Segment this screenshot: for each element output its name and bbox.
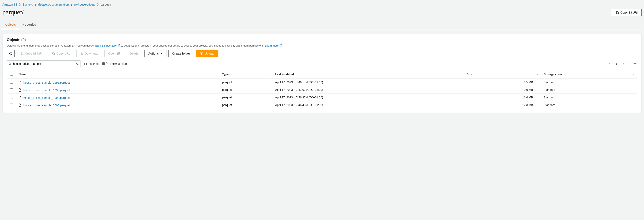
show-versions-toggle[interactable]: Show versions [102, 62, 128, 65]
toggle-label-text: Show versions [110, 62, 128, 65]
object-name-link[interactable]: house_prices_sample_2000.parquet [24, 104, 70, 107]
settings-button[interactable] [633, 62, 637, 66]
file-icon [19, 88, 22, 92]
copy-icon [52, 52, 55, 55]
cell-size: 12.3 MB [464, 101, 541, 109]
page-number: 1 [614, 62, 618, 66]
col-header-name[interactable]: Name▲ [16, 70, 220, 79]
file-icon [19, 96, 22, 99]
toggle-switch-icon [102, 62, 108, 65]
create-folder-button[interactable]: Create folder [168, 50, 194, 57]
chevron-right-icon: ❯ [34, 3, 36, 6]
button-label: Copy S3 URI [620, 11, 638, 15]
button-label: Copy S3 URI [25, 52, 42, 56]
toolbar: Copy S3 URI Copy URL Download Open [7, 50, 637, 57]
row-checkbox[interactable] [10, 81, 13, 84]
cell-modified: April 17, 2023, 17:47:07 (UTC+01:00) [273, 86, 464, 94]
search-input[interactable] [7, 61, 80, 67]
panel-title: Objects (0) [7, 38, 637, 42]
breadcrumb-link[interactable]: Buckets [22, 3, 33, 6]
chevron-right-icon: ❯ [97, 3, 99, 6]
prev-page-button [607, 61, 612, 66]
upload-icon [200, 52, 203, 55]
button-label: Upload [205, 52, 214, 56]
table-row: house_prices_sample_1998.parquetparquetA… [7, 94, 637, 101]
sort-icon: ▽ [633, 73, 635, 75]
object-name-link[interactable]: house_prices_sample_1998.parquet [24, 96, 70, 99]
delete-button: Delete [126, 50, 142, 57]
svg-rect-2 [53, 53, 54, 55]
cell-storage: Standard [541, 94, 637, 101]
cell-size: 11.6 MB [464, 94, 541, 101]
breadcrumb-link[interactable]: uk-house-prices/ [74, 3, 96, 6]
tab-objects[interactable]: Objects [2, 21, 19, 29]
cell-storage: Standard [541, 86, 637, 94]
objects-table: Name▲ Type▽ Last modified▽ Size▽ Storage [7, 70, 637, 109]
tab-properties[interactable]: Properties [19, 21, 39, 29]
button-label: Open [108, 52, 116, 56]
table-row: house_prices_sample_1995.parquetparquetA… [7, 79, 637, 86]
sort-icon: ▽ [268, 73, 270, 75]
inventory-link[interactable]: Amazon S3 inventory [91, 44, 121, 47]
external-link-icon [117, 52, 120, 55]
chevron-right-icon: ❯ [70, 3, 72, 6]
row-checkbox[interactable] [10, 88, 13, 91]
learn-more-link[interactable]: Learn more [265, 44, 282, 47]
cell-storage: Standard [541, 101, 637, 109]
object-name-link[interactable]: house_prices_sample_1995.parquet [24, 81, 70, 84]
cell-type: parquet [220, 101, 273, 109]
select-all-checkbox[interactable] [10, 73, 13, 76]
button-label: Delete [130, 52, 138, 56]
col-header-size[interactable]: Size▽ [464, 70, 541, 79]
search-input-wrapper[interactable] [7, 60, 80, 67]
button-label: Copy URL [56, 52, 70, 56]
svg-point-4 [634, 63, 636, 64]
svg-rect-0 [616, 12, 618, 14]
pagination: 1 [607, 61, 637, 66]
panel-description: Objects are the fundamental entities sto… [7, 44, 637, 47]
upload-button[interactable]: Upload [196, 50, 218, 57]
table-row: house_prices_sample_2000.parquetparquetA… [7, 101, 637, 109]
tabs: Objects Properties [2, 21, 642, 29]
copy-s3-uri-button[interactable]: Copy S3 URI [612, 9, 642, 16]
refresh-icon [9, 52, 12, 55]
copy-icon [20, 52, 23, 55]
row-checkbox[interactable] [10, 96, 13, 99]
divider [629, 61, 630, 66]
caret-down-icon [160, 53, 162, 55]
copy-icon [616, 11, 619, 14]
sort-icon: ▽ [460, 73, 462, 75]
object-name-link[interactable]: house_prices_sample_1996.parquet [24, 89, 70, 92]
breadcrumb-link[interactable]: datasets-documentation [38, 3, 68, 6]
cell-size: 10.9 MB [464, 86, 541, 94]
button-label: Create folder [172, 52, 190, 56]
svg-rect-1 [21, 53, 23, 55]
breadcrumb-current: parquet/ [100, 3, 111, 6]
sort-asc-icon: ▲ [215, 73, 217, 75]
breadcrumb-link[interactable]: Amazon S3 [2, 3, 17, 6]
external-link-icon [118, 44, 120, 47]
search-icon [8, 62, 12, 65]
col-header-type[interactable]: Type▽ [220, 70, 273, 79]
download-button: Download [76, 50, 102, 57]
sort-icon: ▽ [537, 73, 538, 75]
col-header-modified[interactable]: Last modified▽ [273, 70, 464, 79]
copy-url-button: Copy URL [48, 50, 74, 57]
cell-modified: April 17, 2023, 17:46:37 (UTC+01:00) [273, 94, 464, 101]
row-checkbox[interactable] [10, 104, 13, 106]
refresh-button[interactable] [7, 50, 14, 57]
cell-type: parquet [220, 94, 273, 101]
col-header-storage[interactable]: Storage class▽ [541, 70, 637, 79]
clear-search-button[interactable] [74, 61, 80, 66]
download-icon [80, 52, 83, 55]
button-label: Download [85, 52, 98, 56]
match-count: 14 matches [84, 62, 98, 65]
cell-type: parquet [220, 79, 273, 86]
table-row: house_prices_sample_1996.parquetparquetA… [7, 86, 637, 94]
cell-modified: April 17, 2023, 17:46:14 (UTC+01:00) [273, 79, 464, 86]
breadcrumb: Amazon S3 ❯ Buckets ❯ datasets-documenta… [2, 3, 642, 6]
external-link-icon [280, 44, 282, 47]
objects-panel: Objects (0) Objects are the fundamental … [2, 34, 642, 113]
actions-dropdown[interactable]: Actions [144, 50, 166, 57]
button-label: Actions [148, 52, 159, 56]
